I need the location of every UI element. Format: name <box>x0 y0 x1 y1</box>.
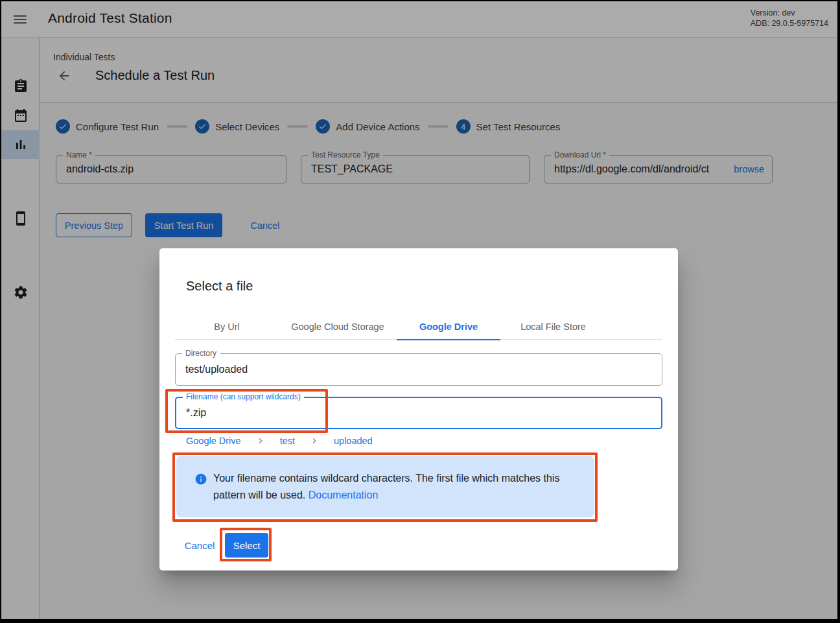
tab-by-url[interactable]: By Url <box>175 313 279 340</box>
tab-google-cloud-storage[interactable]: Google Cloud Storage <box>279 313 397 340</box>
filename-field[interactable]: Filename (can support wildcards) <box>175 397 662 429</box>
chevron-right-icon <box>309 436 320 446</box>
info-icon <box>194 473 207 486</box>
documentation-link[interactable]: Documentation <box>309 489 379 500</box>
banner-text: Your filename contains wildcard characte… <box>213 470 568 504</box>
wildcard-info-banner: Your filename contains wildcard characte… <box>176 456 594 517</box>
tab-google-drive[interactable]: Google Drive <box>397 313 500 340</box>
breadcrumb-google-drive[interactable]: Google Drive <box>186 436 241 446</box>
select-file-dialog: Select a file By Url Google Cloud Storag… <box>159 248 678 570</box>
filename-input[interactable] <box>186 407 653 419</box>
breadcrumb-test[interactable]: test <box>280 436 295 446</box>
directory-field[interactable]: Directory <box>175 353 662 386</box>
directory-input[interactable] <box>185 364 654 375</box>
tab-local-file-store[interactable]: Local File Store <box>500 313 606 340</box>
dialog-cancel-button[interactable]: Cancel <box>181 534 218 557</box>
dialog-select-button[interactable]: Select <box>225 533 268 558</box>
dialog-title: Select a file <box>186 279 253 294</box>
banner-message: Your filename contains wildcard characte… <box>213 473 559 500</box>
breadcrumb-uploaded[interactable]: uploaded <box>334 436 373 446</box>
chevron-right-icon <box>255 436 266 446</box>
app-window: Android Test Station Version: dev ADB: 2… <box>1 1 837 619</box>
dialog-tabs: By Url Google Cloud Storage Google Drive… <box>175 313 662 340</box>
drive-breadcrumb: Google Drive test uploaded <box>186 436 373 446</box>
